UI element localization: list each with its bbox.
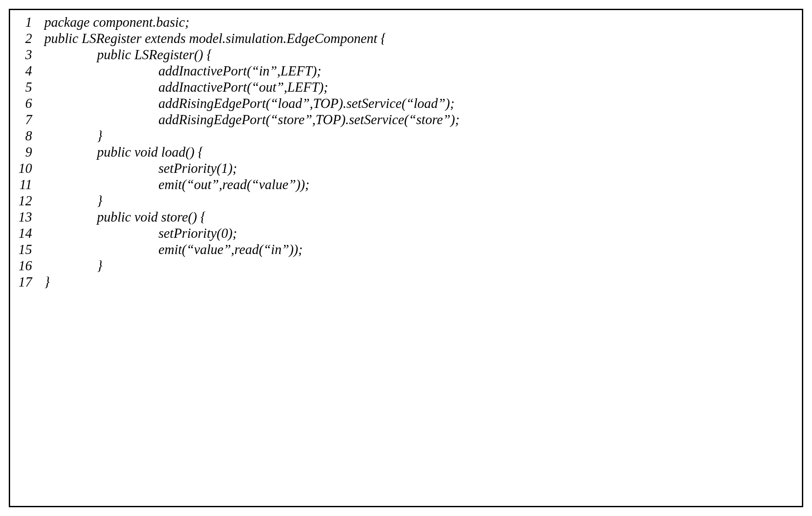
line-content: package component.basic; bbox=[44, 15, 798, 29]
line-content: emit(“out”,read(“value”)); bbox=[44, 178, 798, 191]
line-content: } bbox=[44, 129, 798, 143]
code-line: 2 public LSRegister extends model.simula… bbox=[14, 32, 798, 45]
line-number: 2 bbox=[14, 32, 44, 45]
code-line: 4 addInactivePort(“in”,LEFT); bbox=[14, 64, 798, 78]
line-number: 8 bbox=[14, 129, 44, 143]
code-line: 1 package component.basic; bbox=[14, 15, 798, 29]
code-line: 10 setPriority(1); bbox=[14, 161, 798, 175]
line-number: 15 bbox=[14, 243, 44, 256]
line-content: addInactivePort(“in”,LEFT); bbox=[44, 64, 798, 78]
code-line: 6 addRisingEdgePort(“load”,TOP).setServi… bbox=[14, 97, 798, 110]
line-content: addRisingEdgePort(“load”,TOP).setService… bbox=[44, 97, 798, 110]
code-line: 16 } bbox=[14, 259, 798, 272]
line-content: } bbox=[44, 194, 798, 208]
line-number: 10 bbox=[14, 161, 44, 175]
line-number: 1 bbox=[14, 15, 44, 29]
line-content: public LSRegister extends model.simulati… bbox=[44, 32, 798, 45]
line-number: 13 bbox=[14, 210, 44, 224]
line-number: 17 bbox=[14, 275, 44, 289]
line-content: addInactivePort(“out”,LEFT); bbox=[44, 80, 798, 94]
line-number: 9 bbox=[14, 145, 44, 159]
line-content: setPriority(1); bbox=[44, 161, 798, 175]
line-number: 16 bbox=[14, 259, 44, 272]
line-number: 11 bbox=[14, 178, 44, 191]
line-content: emit(“value”,read(“in”)); bbox=[44, 243, 798, 256]
line-content: setPriority(0); bbox=[44, 226, 798, 240]
line-content: } bbox=[44, 259, 798, 272]
code-line: 12 } bbox=[14, 194, 798, 208]
code-line: 9 public void load() { bbox=[14, 145, 798, 159]
line-content: addRisingEdgePort(“store”,TOP).setServic… bbox=[44, 113, 798, 126]
code-line: 14 setPriority(0); bbox=[14, 226, 798, 240]
code-line: 5 addInactivePort(“out”,LEFT); bbox=[14, 80, 798, 94]
code-line: 13 public void store() { bbox=[14, 210, 798, 224]
code-line: 15 emit(“value”,read(“in”)); bbox=[14, 243, 798, 256]
code-line: 11 emit(“out”,read(“value”)); bbox=[14, 178, 798, 191]
line-number: 5 bbox=[14, 80, 44, 94]
line-number: 6 bbox=[14, 97, 44, 110]
line-number: 14 bbox=[14, 226, 44, 240]
line-content: public void store() { bbox=[44, 210, 798, 224]
line-number: 7 bbox=[14, 113, 44, 126]
line-number: 4 bbox=[14, 64, 44, 78]
line-number: 3 bbox=[14, 48, 44, 61]
line-number: 12 bbox=[14, 194, 44, 208]
code-listing-box: 1 package component.basic; 2 public LSRe… bbox=[9, 9, 803, 507]
line-content: } bbox=[44, 275, 798, 289]
line-content: public LSRegister() { bbox=[44, 48, 798, 61]
line-content: public void load() { bbox=[44, 145, 798, 159]
code-line: 7 addRisingEdgePort(“store”,TOP).setServ… bbox=[14, 113, 798, 126]
code-line: 8 } bbox=[14, 129, 798, 143]
code-line: 3 public LSRegister() { bbox=[14, 48, 798, 61]
code-line: 17 } bbox=[14, 275, 798, 289]
